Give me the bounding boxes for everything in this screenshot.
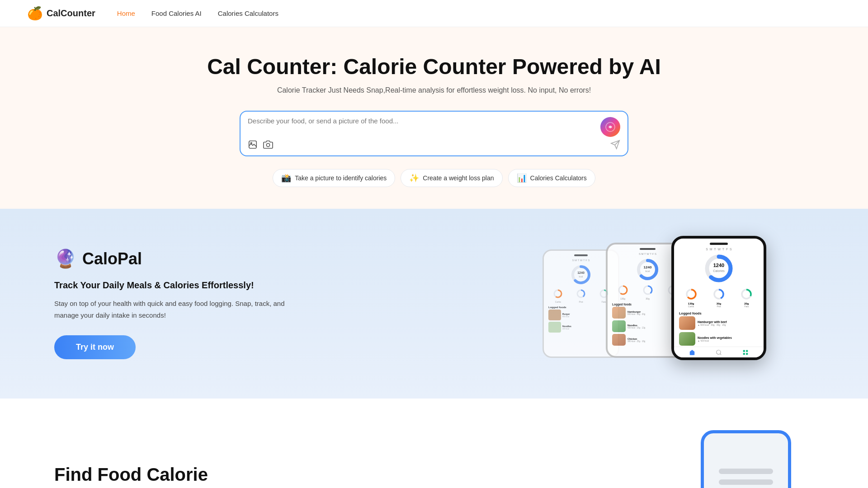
svg-text:Calories: Calories [713,269,725,272]
quick-action-camera[interactable]: 📸 Take a picture to identify calories [273,169,395,187]
nav-link-home[interactable]: Home [117,9,135,17]
search-media-icons [248,140,273,152]
camera-quick-icon: 📸 [281,173,291,183]
logo-text: CalCounter [47,8,95,19]
find-food-title: Find Food Calorie [54,464,208,485]
send-button[interactable] [610,140,620,152]
hero-subtitle: Calorie Tracker Just Needs Snap,Real-tim… [27,86,841,94]
quick-action-plan[interactable]: ✨ Create a weight loss plan [401,169,502,187]
calopal-brand-name: CaloPal [82,249,142,268]
calc-quick-icon: 📊 [517,173,527,183]
find-food-left: Find Food Calorie Just 3 Clicks [54,464,208,488]
hero-title: Cal Counter: Calorie Counter Powered by … [27,54,841,79]
logo-icon: 🍊 [27,6,43,21]
svg-text:1240: 1240 [644,265,652,269]
image-upload-button[interactable] [248,140,258,152]
svg-text:1240: 1240 [713,263,724,268]
plan-quick-icon: ✨ [409,173,419,183]
svg-rect-41 [746,353,748,355]
find-food-subtitle: Just 3 Clicks [54,485,208,488]
nav-link-calculators[interactable]: Calories Calculators [218,9,278,17]
svg-point-3 [266,143,269,146]
calopal-left: 🔮 CaloPal Track Your Daily Meals & Calor… [54,248,289,359]
calopal-section: 🔮 CaloPal Track Your Daily Meals & Calor… [0,209,868,399]
navbar: 🍊 CalCounter Home Food Calories AI Calor… [0,0,868,27]
logo[interactable]: 🍊 CalCounter [27,6,95,21]
phone-mockup-main: S M T W T F S 1240 Calories 130g Carbs [671,236,766,360]
quick-action-camera-label: Take a picture to identify calories [295,174,387,182]
svg-text:kcal: kcal [579,275,583,278]
phone-frame [701,430,791,488]
try-it-now-button[interactable]: Try it now [54,335,136,359]
hero-section: Cal Counter: Calorie Counter Powered by … [0,27,868,209]
svg-rect-40 [743,353,745,355]
quick-action-calc[interactable]: 📊 Calories Calculators [508,169,595,187]
camera-button[interactable] [263,140,273,152]
svg-text:1240: 1240 [577,271,585,274]
svg-line-37 [720,353,722,355]
svg-point-36 [717,350,721,354]
ai-icon [600,117,620,137]
search-box [240,111,628,156]
quick-actions: 📸 Take a picture to identify calories ✨ … [27,169,841,187]
svg-rect-39 [746,350,748,352]
calopal-brand: 🔮 CaloPal [54,248,289,269]
calopal-tagline: Track Your Daily Meals & Calories Effort… [54,280,289,291]
svg-rect-38 [743,350,745,352]
phone-mockups: S M T W T F S 1240 kcal Carbs [542,236,814,371]
calopal-description: Stay on top of your health with quick an… [54,298,289,321]
find-food-section: Find Food Calorie Just 3 Clicks [0,399,868,488]
quick-action-calc-label: Calories Calculators [530,174,587,182]
nav-links: Home Food Calories AI Calories Calculato… [117,9,278,17]
calopal-brand-icon: 🔮 [54,248,77,269]
find-food-illustration [678,426,814,488]
nav-link-food-calories[interactable]: Food Calories AI [151,9,202,17]
search-input[interactable] [248,117,595,133]
svg-text:kcal: kcal [646,270,650,272]
quick-action-plan-label: Create a weight loss plan [423,174,494,182]
